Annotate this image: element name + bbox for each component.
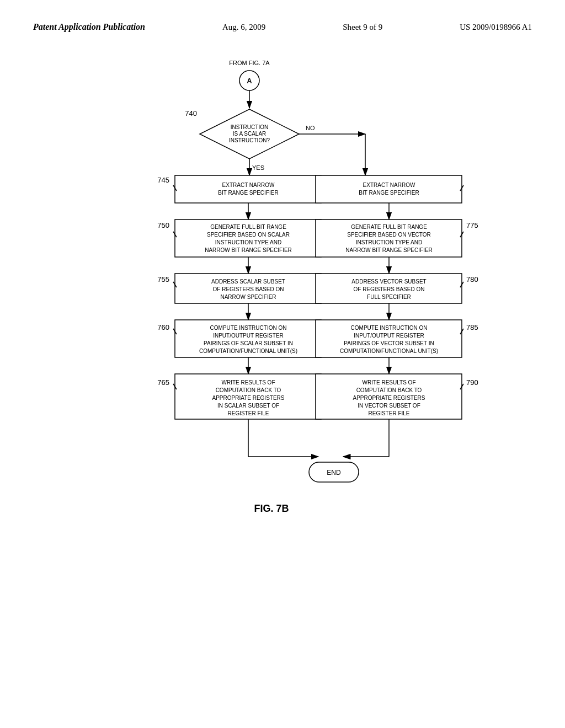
label-765: 765 xyxy=(157,378,169,387)
box-770-text2: BIT RANGE SPECIFIER xyxy=(359,190,419,196)
box-760-text4: COMPUTATION/FUNCTIONAL UNIT(S) xyxy=(199,348,297,354)
box-750-text1: GENERATE FULL BIT RANGE xyxy=(210,224,286,230)
box-750-text2: SPECIFIER BASED ON SCALAR xyxy=(207,232,290,238)
label-740: 740 xyxy=(185,109,197,117)
box-775-text2: SPECIFIER BASED ON VECTOR xyxy=(347,232,431,238)
box-785-text4: COMPUTATION/FUNCTIONAL UNIT(S) xyxy=(340,348,438,354)
publication-title: Patent Application Publication xyxy=(33,22,145,32)
label-785: 785 xyxy=(466,323,478,331)
box-775-text1: GENERATE FULL BIT RANGE xyxy=(351,224,427,230)
box-760-text1: COMPUTE INSTRUCTION ON xyxy=(210,325,287,331)
yes-label: YES xyxy=(252,164,264,171)
decision-text-3: INSTRUCTION? xyxy=(229,137,270,143)
box-790-text5: REGISTER FILE xyxy=(368,410,409,416)
connector-label: A xyxy=(247,77,252,85)
decision-text-2: IS A SCALAR xyxy=(233,131,266,137)
fig-label: FIG. 7B xyxy=(254,503,289,514)
box-790-text1: WRITE RESULTS OF xyxy=(362,379,415,386)
box-765-text3: APPROPRIATE REGISTERS xyxy=(212,395,285,401)
box-780-text1: ADDRESS VECTOR SUBSET xyxy=(351,279,426,285)
no-label: NO xyxy=(306,125,315,131)
label-775: 775 xyxy=(466,221,478,229)
from-label: FROM FIG. 7A xyxy=(229,60,270,66)
box-790-text4: IN VECTOR SUBSET OF xyxy=(358,403,420,409)
label-750: 750 xyxy=(157,221,169,229)
box-745 xyxy=(175,175,321,203)
publication-date: Aug. 6, 2009 xyxy=(222,23,265,32)
box-760-text3: PAIRINGS OF SCALAR SUBSET IN xyxy=(204,340,293,346)
box-755-text3: NARROW SPECIFIER xyxy=(220,294,276,300)
box-765-text5: REGISTER FILE xyxy=(227,410,269,416)
box-775-text3: INSTRUCTION TYPE AND xyxy=(356,239,422,245)
box-745-text1: EXTRACT NARROW xyxy=(222,182,275,188)
box-765-text4: IN SCALAR SUBSET OF xyxy=(217,403,279,409)
decision-text-1: INSTRUCTION xyxy=(231,124,268,130)
box-785-text1: COMPUTE INSTRUCTION ON xyxy=(351,325,428,331)
label-745: 745 xyxy=(157,176,169,184)
label-780: 780 xyxy=(466,275,478,283)
box-770-text1: EXTRACT NARROW xyxy=(363,182,415,188)
patent-number: US 2009/0198966 A1 xyxy=(460,23,532,32)
label-790: 790 xyxy=(466,378,478,387)
box-760-text2: INPUT/OUTPUT REGISTER xyxy=(213,333,284,339)
label-755: 755 xyxy=(157,275,169,283)
box-780-text3: FULL SPECIFIER xyxy=(367,294,411,300)
box-750-text4: NARROW BIT RANGE SPECIFIER xyxy=(205,247,292,253)
box-765-text1: WRITE RESULTS OF xyxy=(221,379,275,386)
flowchart-svg: FROM FIG. 7A A 740 INSTRUCTION IS A SCAL… xyxy=(34,49,531,655)
box-750-text3: INSTRUCTION TYPE AND xyxy=(215,239,281,245)
box-765-text2: COMPUTATION BACK TO xyxy=(216,387,281,393)
end-label: END xyxy=(327,469,341,477)
box-745-text2: BIT RANGE SPECIFIER xyxy=(218,190,278,196)
diagram-container: FROM FIG. 7A A 740 INSTRUCTION IS A SCAL… xyxy=(0,43,565,694)
box-785-text2: INPUT/OUTPUT REGISTER xyxy=(354,333,424,339)
box-755-text1: ADDRESS SCALAR SUBSET xyxy=(211,279,285,285)
box-780-text2: OF REGISTERS BASED ON xyxy=(354,286,425,292)
box-785-text3: PAIRINGS OF VECTOR SUBSET IN xyxy=(344,340,434,346)
box-770 xyxy=(316,175,462,203)
sheet-info: Sheet 9 of 9 xyxy=(343,23,382,32)
box-790-text3: APPROPRIATE REGISTERS xyxy=(353,395,425,401)
label-760: 760 xyxy=(157,323,169,331)
box-755-text2: OF REGISTERS BASED ON xyxy=(213,286,284,292)
page-header: Patent Application Publication Aug. 6, 2… xyxy=(0,0,565,43)
box-775-text4: NARROW BIT RANGE SPECIFIER xyxy=(345,247,433,253)
box-790-text2: COMPUTATION BACK TO xyxy=(356,387,422,393)
